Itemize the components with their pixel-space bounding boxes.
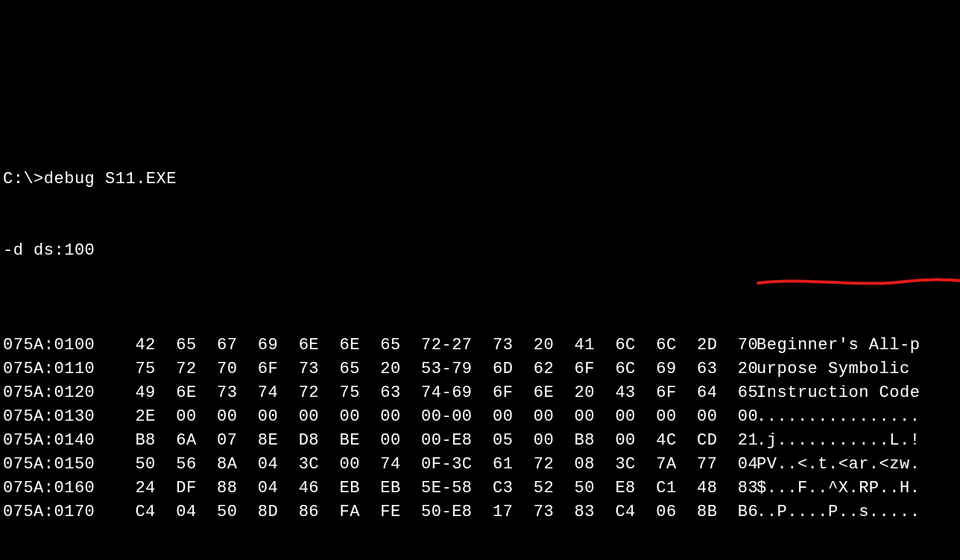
ascii-column: PV..<.t.<ar.<zw. xyxy=(726,453,920,477)
hex-bytes: 2E 00 00 00 00 00 00 00-00 00 00 00 00 0… xyxy=(115,405,726,429)
dump1-row: 075A:0100 42 65 67 69 6E 6E 65 72-27 73 … xyxy=(3,334,957,357)
hex-address: 075A:0130 xyxy=(3,405,115,429)
hex-address: 075A:0120 xyxy=(3,381,115,405)
hex-bytes: B8 6A 07 8E D8 BE 00 00-E8 05 00 B8 00 4… xyxy=(115,429,726,453)
hex-address: 075A:0110 xyxy=(3,357,115,381)
dump1-row: 075A:0150 50 56 8A 04 3C 00 74 0F-3C 61 … xyxy=(3,453,957,477)
dump1-row: 075A:0110 75 72 70 6F 73 65 20 53-79 6D … xyxy=(3,357,957,381)
hex-address: 075A:0160 xyxy=(3,477,115,500)
dump1-row: 075A:0130 2E 00 00 00 00 00 00 00-00 00 … xyxy=(3,405,957,429)
hex-bytes: 49 6E 73 74 72 75 63 74-69 6F 6E 20 43 6… xyxy=(115,381,726,405)
dump1-row: 075A:0120 49 6E 73 74 72 75 63 74-69 6F … xyxy=(3,381,957,405)
hex-bytes: 42 65 67 69 6E 6E 65 72-27 73 20 41 6C 6… xyxy=(115,334,726,357)
dump1-row: 075A:0170 C4 04 50 8D 86 FA FE 50-E8 17 … xyxy=(3,500,957,524)
hex-bytes: C4 04 50 8D 86 FA FE 50-E8 17 73 83 C4 0… xyxy=(115,500,726,524)
ascii-column: $...F..^X.RP..H. xyxy=(726,477,920,500)
hex-bytes: 50 56 8A 04 3C 00 74 0F-3C 61 72 08 3C 7… xyxy=(115,453,726,477)
ascii-column: Beginner's All-p xyxy=(726,334,920,357)
terminal-screen[interactable]: C:\>debug S11.EXE -d ds:100 075A:0100 42… xyxy=(0,118,960,560)
ascii-column: ..P....P..s..... xyxy=(726,500,920,524)
dump1-row: 075A:0160 24 DF 88 04 46 EB EB 5E-58 C3 … xyxy=(3,477,957,500)
hex-bytes: 24 DF 88 04 46 EB EB 5E-58 C3 52 50 E8 C… xyxy=(115,477,726,500)
ascii-column: Instruction Code xyxy=(726,381,920,405)
dump1-row: 075A:0140 B8 6A 07 8E D8 BE 00 00-E8 05 … xyxy=(3,429,957,453)
hex-address: 075A:0170 xyxy=(3,500,115,524)
ascii-column: ................ xyxy=(726,405,920,429)
hex-address: 075A:0150 xyxy=(3,453,115,477)
hex-address: 075A:0100 xyxy=(3,334,115,357)
hex-bytes: 75 72 70 6F 73 65 20 53-79 6D 62 6F 6C 6… xyxy=(115,357,726,381)
debug-command-dump1: -d ds:100 xyxy=(3,239,957,263)
red-underline-annotation-2 xyxy=(729,541,953,556)
ascii-column: urpose Symbolic xyxy=(726,357,920,381)
hex-dump-1: 075A:0100 42 65 67 69 6E 6E 65 72-27 73 … xyxy=(3,334,957,524)
prompt-line: C:\>debug S11.EXE xyxy=(3,168,957,191)
hex-address: 075A:0140 xyxy=(3,429,115,453)
ascii-column: .j...........L.! xyxy=(726,429,920,453)
